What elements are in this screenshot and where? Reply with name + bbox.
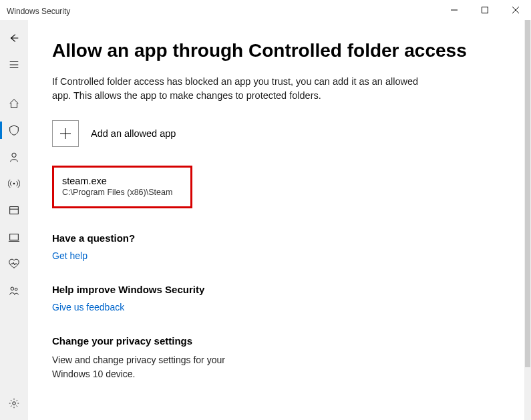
add-button[interactable] [52,120,79,147]
help-section: Have a question? Get help [52,232,504,261]
scrollbar[interactable] [524,20,531,420]
get-help-link[interactable]: Get help [52,250,504,261]
svg-point-7 [12,153,16,157]
page-title: Allow an app through Controlled folder a… [52,39,504,63]
family-icon[interactable] [0,278,28,303]
privacy-heading: Change your privacy settings [52,335,504,347]
svg-point-8 [13,183,15,184]
health-icon[interactable] [0,251,28,276]
maximize-button[interactable] [470,0,500,20]
app-name: steam.exe [62,176,182,186]
scrollbar-thumb[interactable] [525,20,530,367]
page-subtitle: If Controlled folder access has blocked … [52,75,426,103]
shield-icon[interactable] [0,118,28,143]
feedback-link[interactable]: Give us feedback [52,302,504,312]
app-path: C:\Program Files (x86)\Steam [62,188,182,197]
device-icon[interactable] [0,224,28,250]
network-icon[interactable] [0,171,28,196]
svg-rect-1 [482,7,488,13]
allowed-app-item[interactable]: steam.exe C:\Program Files (x86)\Steam [52,166,192,208]
svg-rect-9 [10,207,19,214]
help-heading: Have a question? [52,232,504,244]
main-content: Allow an app through Controlled folder a… [28,20,531,420]
window-title: Windows Security [7,4,70,16]
privacy-section: Change your privacy settings View and ch… [52,335,504,381]
svg-point-15 [13,402,16,405]
add-allowed-app-row[interactable]: Add an allowed app [52,120,504,147]
home-icon[interactable] [0,91,28,116]
sidebar [0,20,28,420]
svg-point-14 [15,288,17,290]
add-button-label: Add an allowed app [91,128,176,139]
feedback-section: Help improve Windows Security Give us fe… [52,284,504,312]
privacy-text: View and change privacy settings for you… [52,353,226,381]
feedback-heading: Help improve Windows Security [52,284,504,295]
close-button[interactable] [500,0,531,20]
titlebar: Windows Security [0,0,531,20]
svg-point-13 [11,287,14,290]
window-controls [439,0,531,20]
menu-button[interactable] [0,52,28,77]
minimize-button[interactable] [439,0,470,20]
person-icon[interactable] [0,144,28,170]
app-browser-icon[interactable] [0,198,28,223]
settings-icon[interactable] [0,391,28,416]
svg-rect-11 [10,234,19,240]
back-button[interactable] [0,25,28,51]
